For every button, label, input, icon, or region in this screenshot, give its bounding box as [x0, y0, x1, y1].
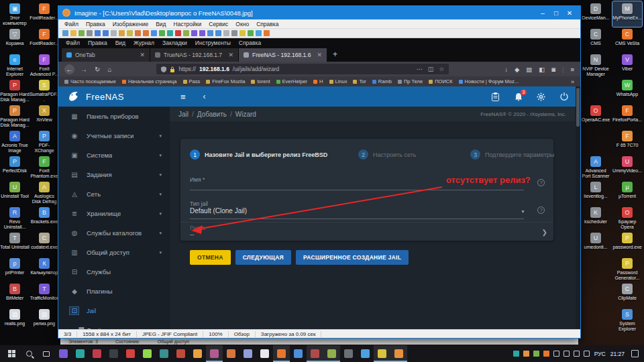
- sidebar-item[interactable]: ◉ Учетные записи ▾: [58, 126, 170, 145]
- imagine-toolbar-icon[interactable]: [119, 30, 125, 36]
- notification-center-icon[interactable]: [631, 350, 639, 357]
- tray-icon[interactable]: [553, 351, 559, 357]
- taskbar-app-icon[interactable]: [239, 345, 256, 362]
- tray-icon[interactable]: [533, 351, 539, 357]
- wizard-step[interactable]: 3 Подтвердите параметры: [470, 149, 554, 160]
- maximize-button[interactable]: □: [549, 9, 563, 17]
- imagine-menu-item[interactable]: Сервис: [209, 21, 228, 27]
- taskbar-app-icon[interactable]: [139, 345, 156, 362]
- desktop-icon[interactable]: B Brackets.exe: [30, 205, 59, 231]
- release-select[interactable]: --: [190, 231, 195, 238]
- bookmark-item[interactable]: Часто посещаемые: [64, 78, 116, 84]
- tasks-icon[interactable]: [491, 93, 500, 101]
- imagine-toolbar-icon[interactable]: [239, 30, 246, 36]
- desktop-icon[interactable]: ▣ Этот компьютер: [0, 1, 30, 27]
- browser-tab[interactable]: TrueNAS - 192.168.1.7 ✕: [150, 48, 238, 62]
- imagine-toolbar-icon[interactable]: [151, 30, 157, 36]
- jail-type-help-icon[interactable]: ?: [537, 206, 545, 214]
- desktop-icon[interactable]: F Foxit Phantom.exe: [30, 154, 59, 180]
- bookmark-item[interactable]: Pass: [183, 78, 201, 84]
- wizard-step[interactable]: 2 Настроить сеть: [358, 149, 417, 160]
- desktop-icon[interactable]: A Advanced Port Scanner: [581, 154, 610, 180]
- breadcrumb-item[interactable]: /: [192, 111, 194, 118]
- taskbar-app-icon[interactable]: [390, 345, 407, 362]
- shield-icon[interactable]: [161, 66, 166, 72]
- tray-icon[interactable]: [574, 351, 580, 357]
- lock-icon[interactable]: [170, 66, 175, 72]
- desktop-icon[interactable]: D DeviceMan...: [581, 1, 610, 27]
- taskbar-app-icon[interactable]: [206, 345, 223, 362]
- firefox-menu-item[interactable]: Закладки: [162, 40, 187, 46]
- desktop-icon[interactable]: p priPrinter: [0, 256, 30, 282]
- browser-tab[interactable]: FreeNAS - 192.168.1.6 ✕: [239, 48, 327, 62]
- taskbar-app-icon[interactable]: [340, 345, 357, 362]
- bookmark-item[interactable]: H: [313, 78, 323, 84]
- sidebar-item[interactable]: ▤ Задания ▾: [58, 165, 170, 184]
- sidebar-item[interactable]: ◍ Службы каталогов ▾: [58, 223, 170, 243]
- bookmark-item[interactable]: torent: [251, 78, 270, 84]
- browser-tab[interactable]: OneTab ✕: [62, 48, 150, 62]
- desktop-icon[interactable]: C CMS VeSta: [612, 27, 642, 52]
- forward-button[interactable]: →: [80, 66, 87, 73]
- desktop-icon[interactable]: P PerfectDisk: [0, 154, 30, 180]
- desktop-icon[interactable]: A Acronis True Image: [0, 129, 30, 154]
- bookmark-item[interactable]: Linux: [329, 78, 347, 84]
- desktop-icon[interactable]: B BitMeter: [0, 282, 30, 307]
- pocket-icon[interactable]: ◫: [428, 66, 434, 72]
- navbar-icon[interactable]: ◙: [551, 66, 555, 73]
- desktop-icon[interactable]: F F 65 7C70: [612, 129, 642, 154]
- imagine-toolbar-icon[interactable]: [127, 30, 133, 36]
- navbar-icon[interactable]: |: [562, 66, 564, 73]
- desktop-icon[interactable]: A Auslogics Disk Defrag Profe...: [30, 180, 59, 205]
- bookmark-item[interactable]: Пр Теле: [398, 78, 423, 84]
- desktop-icon[interactable]: U UmmyVideo...: [612, 154, 642, 180]
- start-button[interactable]: [3, 345, 20, 362]
- breadcrumb-item[interactable]: Jail: [178, 111, 189, 118]
- desktop-icon[interactable]: ▤ realis.png: [0, 307, 30, 333]
- sidebar-item[interactable]: ▦ Панель приборов: [58, 107, 170, 126]
- imagine-toolbar-icon[interactable]: [111, 30, 117, 36]
- clock[interactable]: 21:27: [610, 351, 625, 357]
- firefox-menu-item[interactable]: Инструменты: [195, 40, 231, 46]
- next-button[interactable]: СЛЕДУЮЩАЯ: [235, 250, 291, 265]
- tray-icon[interactable]: [564, 351, 570, 357]
- imagine-menu-item[interactable]: Вид: [156, 21, 166, 27]
- imagine-toolbar-icon[interactable]: [183, 30, 189, 36]
- imagine-toolbar-icon[interactable]: [199, 30, 205, 36]
- sidebar-item[interactable]: ⊡ Jail: [58, 301, 170, 320]
- imagine-menu-item[interactable]: Правка: [86, 21, 105, 27]
- imagine-toolbar-icon[interactable]: [78, 30, 85, 36]
- taskbar-app-icon[interactable]: [72, 345, 89, 362]
- name-input[interactable]: [190, 190, 524, 190]
- imagine-menu-item[interactable]: Файл: [64, 21, 78, 27]
- firefox-menu-item[interactable]: Справка: [239, 40, 261, 46]
- taskbar-app-icon[interactable]: [172, 345, 189, 362]
- bookmark-item[interactable]: Новости | Форум Moz...: [459, 78, 519, 84]
- imagine-toolbar-icon[interactable]: [159, 30, 165, 36]
- select-caret-icon[interactable]: ▼: [521, 209, 525, 214]
- taskbar-app-icon[interactable]: [256, 345, 273, 362]
- sidebar-item[interactable]: ▣ Система ▾: [58, 145, 170, 165]
- imagine-toolbar-icon[interactable]: [103, 30, 109, 36]
- bookmark-star-icon[interactable]: ☆: [439, 66, 444, 72]
- desktop-icon[interactable]: К Калькулятор: [30, 256, 59, 282]
- desktop-icon[interactable]: P Paragon Hard Disk Manag...: [0, 78, 30, 103]
- imagine-toolbar-icon[interactable]: [248, 30, 254, 36]
- desktop-icon[interactable]: C CMS: [581, 27, 610, 52]
- tray-icon[interactable]: [584, 351, 590, 357]
- tab-close-icon[interactable]: ✕: [317, 52, 322, 58]
- page-scrollbar[interactable]: [576, 86, 580, 329]
- imagine-toolbar-icon[interactable]: [167, 30, 173, 36]
- imagine-toolbar-icon[interactable]: [264, 30, 270, 36]
- taskbar-app-icon[interactable]: [323, 345, 340, 362]
- name-help-icon[interactable]: ?: [537, 179, 545, 186]
- taskbar-app-icon[interactable]: [122, 345, 139, 362]
- taskbar-app-icon[interactable]: [55, 345, 72, 362]
- desktop-icon[interactable]: X XnView: [30, 103, 59, 129]
- breadcrumb-item[interactable]: /: [230, 111, 232, 118]
- firefox-menu-item[interactable]: Вид: [115, 40, 125, 46]
- imagine-toolbar-icon[interactable]: [207, 30, 213, 36]
- taskbar-app-icon[interactable]: [223, 345, 239, 362]
- sidebar-item[interactable]: ◆ Плагины: [58, 282, 170, 301]
- navbar-icon[interactable]: ≡: [570, 66, 574, 73]
